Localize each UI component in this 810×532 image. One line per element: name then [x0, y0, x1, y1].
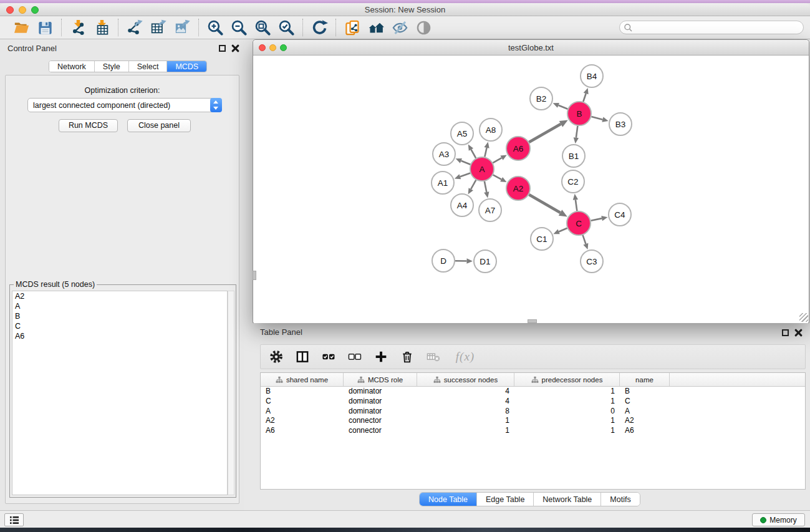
result-list-scrollbar[interactable] — [228, 291, 234, 495]
table-cell[interactable]: C — [261, 397, 344, 407]
float-table-panel-icon[interactable] — [782, 329, 789, 336]
graph-edge-A-A7[interactable] — [484, 181, 489, 198]
table-cell[interactable]: A6 — [261, 426, 344, 436]
graph-edge-D-D1[interactable] — [455, 258, 473, 263]
result-list-item[interactable]: A6 — [12, 331, 227, 341]
export-image-button[interactable] — [170, 17, 194, 37]
zoom-fit-button[interactable] — [251, 17, 274, 37]
column-header-MCDS-role[interactable]: MCDS role — [344, 373, 417, 386]
export-network-button[interactable] — [123, 17, 147, 37]
graph-edge-B-B2[interactable] — [553, 103, 568, 109]
tab-style[interactable]: Style — [95, 61, 129, 72]
graph-edge-B-B3[interactable] — [591, 117, 608, 122]
table-cell[interactable]: B — [261, 387, 344, 397]
graph-edge-C-C2[interactable] — [573, 194, 578, 211]
float-panel-icon[interactable] — [219, 45, 226, 52]
table-cell[interactable]: connector — [344, 426, 417, 436]
close-panel-icon[interactable] — [231, 44, 239, 52]
zoom-selected-button[interactable] — [274, 17, 298, 37]
show-all-networks-button[interactable] — [364, 17, 388, 37]
table-cell[interactable]: A — [620, 407, 670, 417]
table-cell[interactable]: 1 — [514, 397, 620, 407]
table-cell[interactable]: 4 — [417, 387, 514, 397]
refresh-layout-button[interactable] — [307, 17, 331, 37]
graph-edge-A-A8[interactable] — [485, 142, 489, 157]
result-list-item[interactable]: C — [12, 321, 227, 331]
graph-node-C2[interactable]: C2 — [562, 170, 584, 193]
graph-node-B3[interactable]: B3 — [609, 113, 632, 135]
graph-node-A4[interactable]: A4 — [451, 194, 473, 216]
graph-edge-A-A4[interactable] — [468, 180, 476, 195]
graph-node-C4[interactable]: C4 — [609, 203, 631, 226]
criterion-dropdown[interactable]: largest connected component (directed) — [27, 98, 222, 112]
table-cell[interactable]: 0 — [514, 407, 620, 417]
tab-mcds[interactable]: MCDS — [167, 61, 206, 72]
graph-edge-C-C4[interactable] — [591, 216, 608, 221]
graph-edge-A2-C[interactable] — [529, 195, 567, 217]
table-cell[interactable]: 1 — [514, 416, 620, 426]
table-cell[interactable]: A6 — [620, 426, 670, 436]
graph-node-C3[interactable]: C3 — [581, 250, 603, 273]
graph-node-A[interactable]: A — [470, 157, 494, 181]
table-cell[interactable]: B — [620, 387, 670, 397]
graph-node-A1[interactable]: A1 — [432, 172, 454, 194]
table-cell[interactable]: A2 — [261, 416, 344, 426]
column-layout-button[interactable] — [294, 349, 311, 365]
table-row-A2[interactable]: A2connector11A2 — [261, 416, 805, 426]
graph-node-D[interactable]: D — [432, 249, 455, 272]
table-cell[interactable]: dominator — [344, 387, 417, 397]
graph-node-A3[interactable]: A3 — [433, 143, 455, 165]
show-graphics-details-button[interactable] — [412, 17, 435, 37]
copy-network-button[interactable] — [340, 17, 364, 37]
import-table-button[interactable] — [90, 17, 113, 37]
graph-edge-A-A2[interactable] — [493, 175, 507, 182]
graph-node-A6[interactable]: A6 — [506, 137, 530, 160]
graph-node-A5[interactable]: A5 — [451, 122, 473, 145]
zoom-in-button[interactable] — [203, 17, 227, 37]
graph-node-B1[interactable]: B1 — [562, 145, 585, 167]
table-row-A[interactable]: Adominator80A — [261, 407, 805, 417]
graph-edge-A6-B[interactable] — [529, 120, 567, 142]
window-resize-grip[interactable] — [799, 313, 808, 322]
import-network-button[interactable] — [66, 17, 90, 37]
select-all-columns-button[interactable] — [321, 349, 337, 365]
graph-node-A8[interactable]: A8 — [480, 118, 502, 141]
table-cell[interactable]: 1 — [417, 416, 514, 426]
column-header-name[interactable]: name — [620, 373, 670, 386]
tab-network-table[interactable]: Network Table — [534, 493, 601, 506]
zoom-out-button[interactable] — [227, 17, 251, 37]
graph-node-A7[interactable]: A7 — [479, 199, 501, 221]
graph-edge-B-B4[interactable] — [583, 88, 588, 102]
table-row-A6[interactable]: A6connector11A6 — [261, 426, 805, 436]
table-settings-gear-button[interactable] — [268, 349, 284, 365]
tab-select[interactable]: Select — [129, 61, 168, 72]
network-vertical-scrollbar[interactable] — [253, 271, 256, 280]
graph-edge-A-A5[interactable] — [468, 144, 476, 158]
table-cell[interactable]: 1 — [514, 387, 620, 397]
tab-node-table[interactable]: Node Table — [420, 493, 477, 506]
network-window-titlebar[interactable]: testGlobe.txt — [253, 40, 809, 56]
graph-node-B[interactable]: B — [567, 102, 591, 125]
column-header-predecessor-nodes[interactable]: predecessor nodes — [514, 373, 620, 386]
save-session-button[interactable] — [33, 17, 57, 37]
graph-edge-C-C1[interactable] — [553, 228, 567, 235]
table-cell[interactable]: dominator — [344, 407, 417, 417]
search-field[interactable] — [619, 21, 804, 34]
column-header-successor-nodes[interactable]: successor nodes — [417, 373, 514, 386]
table-cell[interactable]: A2 — [620, 416, 670, 426]
run-mcds-button[interactable]: Run MCDS — [59, 119, 118, 132]
graph-node-C[interactable]: C — [567, 211, 591, 235]
table-cell[interactable]: C — [620, 397, 670, 407]
open-session-folder-button[interactable] — [9, 17, 33, 37]
graph-node-C1[interactable]: C1 — [531, 228, 553, 250]
close-table-panel-icon[interactable] — [794, 329, 803, 337]
delete-column-button[interactable] — [399, 349, 415, 365]
table-cell[interactable]: 1 — [514, 426, 620, 436]
tab-network[interactable]: Network — [49, 61, 95, 72]
graph-edge-A-A1[interactable] — [455, 173, 470, 180]
task-history-button[interactable] — [4, 513, 24, 526]
tab-motifs[interactable]: Motifs — [601, 493, 639, 506]
deselect-all-columns-button[interactable] — [347, 349, 363, 365]
hide-graphics-details-button[interactable] — [388, 17, 412, 37]
table-cell[interactable]: connector — [344, 416, 417, 426]
